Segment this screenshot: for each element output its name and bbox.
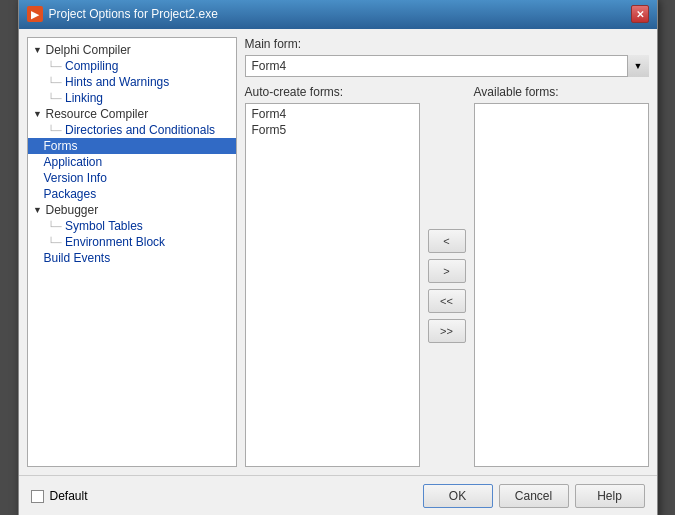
move-right-button[interactable]: >	[428, 259, 466, 283]
tree-item-label: Delphi Compiler	[46, 43, 131, 57]
auto-create-column: Auto-create forms: Form4 Form5	[245, 85, 420, 467]
tree-item-resource-compiler[interactable]: ▼ Resource Compiler	[28, 106, 236, 122]
close-button[interactable]: ✕	[631, 5, 649, 23]
available-column: Available forms:	[474, 85, 649, 467]
tree-item-version-info[interactable]: Version Info	[28, 170, 236, 186]
transfer-buttons: < > << >>	[428, 85, 466, 467]
move-all-left-button[interactable]: <<	[428, 289, 466, 313]
tree-item-label: Symbol Tables	[65, 219, 143, 233]
default-checkbox[interactable]	[31, 490, 44, 503]
tree-item-label: Debugger	[46, 203, 99, 217]
move-all-right-button[interactable]: >>	[428, 319, 466, 343]
main-form-select[interactable]: Form4 Form5	[245, 55, 649, 77]
footer-right: OK Cancel Help	[423, 484, 645, 508]
window-title: Project Options for Project2.exe	[49, 7, 218, 21]
tree-item-forms[interactable]: Forms	[28, 138, 236, 154]
tree-item-label: Version Info	[44, 171, 107, 185]
tree-item-directories[interactable]: └─ Directories and Conditionals	[28, 122, 236, 138]
expand-arrow: ▼	[32, 44, 44, 56]
tree-item-label: Packages	[44, 187, 97, 201]
tree-item-label: Hints and Warnings	[65, 75, 169, 89]
tree-item-linking[interactable]: └─ Linking	[28, 90, 236, 106]
tree-item-label: Forms	[44, 139, 78, 153]
default-label: Default	[50, 489, 88, 503]
expand-arrow: ▼	[32, 108, 44, 120]
tree-item-label: Application	[44, 155, 103, 169]
tree-panel[interactable]: ▼ Delphi Compiler └─ Compiling └─ Hints …	[27, 37, 237, 467]
tree-item-packages[interactable]: Packages	[28, 186, 236, 202]
help-button[interactable]: Help	[575, 484, 645, 508]
tree-item-label: Linking	[65, 91, 103, 105]
tree-item-label: Compiling	[65, 59, 118, 73]
tree-item-build-events[interactable]: Build Events	[28, 250, 236, 266]
auto-create-listbox[interactable]: Form4 Form5	[245, 103, 420, 467]
tree-item-label: Resource Compiler	[46, 107, 149, 121]
project-options-window: ▶ Project Options for Project2.exe ✕ ▼ D…	[18, 0, 658, 515]
tree-item-label: Build Events	[44, 251, 111, 265]
list-item[interactable]: Form4	[248, 106, 417, 122]
tree-item-label: Directories and Conditionals	[65, 123, 215, 137]
tree-item-delphi-compiler[interactable]: ▼ Delphi Compiler	[28, 42, 236, 58]
list-item[interactable]: Form5	[248, 122, 417, 138]
tree-item-environment-block[interactable]: └─ Environment Block	[28, 234, 236, 250]
tree-item-debugger[interactable]: ▼ Debugger	[28, 202, 236, 218]
footer-left: Default	[31, 489, 88, 503]
auto-create-label: Auto-create forms:	[245, 85, 420, 99]
main-form-group: Main form: Form4 Form5 ▼	[245, 37, 649, 77]
tree-item-compiling[interactable]: └─ Compiling	[28, 58, 236, 74]
tree-item-symbol-tables[interactable]: └─ Symbol Tables	[28, 218, 236, 234]
title-bar: ▶ Project Options for Project2.exe ✕	[19, 0, 657, 29]
cancel-button[interactable]: Cancel	[499, 484, 569, 508]
window-body: ▼ Delphi Compiler └─ Compiling └─ Hints …	[19, 29, 657, 515]
ok-button[interactable]: OK	[423, 484, 493, 508]
expand-arrow: ▼	[32, 204, 44, 216]
title-controls: ✕	[631, 5, 649, 23]
available-label: Available forms:	[474, 85, 649, 99]
footer: Default OK Cancel Help	[19, 475, 657, 515]
tree-item-hints-warnings[interactable]: └─ Hints and Warnings	[28, 74, 236, 90]
tree-item-label: Environment Block	[65, 235, 165, 249]
right-panel: Main form: Form4 Form5 ▼ Auto-create for…	[245, 37, 649, 467]
app-icon: ▶	[27, 6, 43, 22]
main-content: ▼ Delphi Compiler └─ Compiling └─ Hints …	[19, 29, 657, 475]
tree-item-application[interactable]: Application	[28, 154, 236, 170]
move-left-button[interactable]: <	[428, 229, 466, 253]
forms-row: Auto-create forms: Form4 Form5 < > << >>	[245, 85, 649, 467]
main-form-label: Main form:	[245, 37, 649, 51]
available-listbox[interactable]	[474, 103, 649, 467]
main-form-dropdown-container: Form4 Form5 ▼	[245, 55, 649, 77]
